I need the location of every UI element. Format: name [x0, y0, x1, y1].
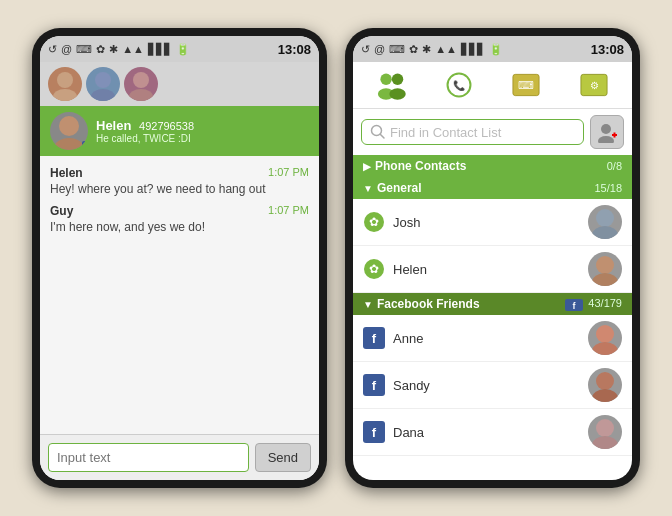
- search-action-button[interactable]: [590, 115, 624, 149]
- r-battery-icon: 🔋: [489, 43, 503, 56]
- r-signal-icon: ▋▋▋: [461, 43, 485, 56]
- anne-row-icon: f: [363, 327, 385, 349]
- svg-point-2: [95, 72, 111, 88]
- contact-add-icon: [596, 121, 618, 143]
- svg-point-3: [91, 89, 115, 101]
- section-general[interactable]: ▼ General 15/18: [353, 177, 632, 199]
- right-status-icons: ↺ @ ⌨ ✿ ✱ ▲▲ ▋▋▋ 🔋: [361, 43, 503, 56]
- svg-point-10: [392, 74, 403, 85]
- message-text-1: Hey! where you at? we need to hang out: [50, 182, 309, 196]
- contact-row-sandy[interactable]: f Sandy: [353, 362, 632, 409]
- phone-contacts-count: 0/8: [607, 160, 622, 172]
- svg-point-44: [596, 419, 614, 437]
- active-contact-name: Helen 492796538: [96, 118, 194, 133]
- svg-point-5: [129, 89, 153, 101]
- bluetooth-icon: ✱: [109, 43, 118, 56]
- input-bar: Send: [40, 434, 319, 480]
- active-contact-subtext: He called, TWICE :DI: [96, 133, 194, 144]
- active-contact-info: Helen 492796538 He called, TWICE :DI: [96, 118, 194, 144]
- active-contact-avatar: f: [50, 112, 88, 150]
- r-usb-icon: ⌨: [389, 43, 405, 56]
- dana-name: Dana: [393, 425, 580, 440]
- svg-point-40: [596, 372, 614, 390]
- svg-point-11: [389, 88, 405, 99]
- tabs-bar: 📞 ⌨ ⚙: [353, 62, 632, 109]
- contact-list: ▶ Phone Contacts 0/8 ▼ General 15/18: [353, 155, 632, 480]
- right-time: 13:08: [591, 42, 624, 57]
- phone-arrow-icon: ▶: [363, 161, 371, 172]
- search-bar: Find in Contact List: [353, 109, 632, 155]
- r-refresh-icon: ↺: [361, 43, 370, 56]
- message-text-2: I'm here now, and yes we do!: [50, 220, 309, 234]
- tab-contacts[interactable]: [369, 68, 413, 102]
- svg-point-7: [54, 138, 84, 150]
- svg-point-27: [592, 226, 618, 239]
- message-input[interactable]: [48, 443, 249, 472]
- left-screen: ↺ @ ⌨ ✿ ✱ ▲▲ ▋▋▋ 🔋 13:08: [40, 36, 319, 480]
- section-phone-contacts[interactable]: ▶ Phone Contacts 0/8: [353, 155, 632, 177]
- general-label: General: [377, 181, 422, 195]
- general-count: 15/18: [594, 182, 622, 194]
- left-status-icons: ↺ @ ⌨ ✿ ✱ ▲▲ ▋▋▋ 🔋: [48, 43, 190, 56]
- left-status-bar: ↺ @ ⌨ ✿ ✱ ▲▲ ▋▋▋ 🔋 13:08: [40, 36, 319, 62]
- svg-text:⚙: ⚙: [590, 80, 599, 91]
- tab-calls[interactable]: 📞: [437, 68, 481, 102]
- svg-point-6: [59, 116, 79, 136]
- search-input-wrap[interactable]: Find in Contact List: [361, 119, 584, 145]
- general-arrow-icon: ▼: [363, 183, 373, 194]
- svg-point-26: [596, 209, 614, 227]
- svg-text:f: f: [372, 331, 377, 346]
- josh-row-icon: ✿: [363, 211, 385, 233]
- search-placeholder: Find in Contact List: [390, 125, 501, 140]
- avatar-2[interactable]: [86, 67, 120, 101]
- time-1: 1:07 PM: [268, 166, 309, 180]
- svg-point-1: [53, 89, 77, 101]
- send-button[interactable]: Send: [255, 443, 311, 472]
- contact-row-helen[interactable]: ✿ Helen: [353, 246, 632, 293]
- right-screen: ↺ @ ⌨ ✿ ✱ ▲▲ ▋▋▋ 🔋 13:08: [353, 36, 632, 480]
- svg-text:📞: 📞: [453, 79, 466, 92]
- active-contact-bar[interactable]: f Helen 492796538 He called, TWICE :DI: [40, 106, 319, 156]
- avatars-bar: [40, 62, 319, 106]
- svg-point-36: [596, 325, 614, 343]
- search-icon: [370, 124, 386, 140]
- helen-avatar: [588, 252, 622, 286]
- message-group-2: Guy 1:07 PM I'm here now, and yes we do!: [50, 204, 309, 234]
- anne-name: Anne: [393, 331, 580, 346]
- tab-dialpad[interactable]: ⌨: [504, 68, 548, 102]
- svg-point-21: [598, 136, 614, 143]
- contact-row-josh[interactable]: ✿ Josh: [353, 199, 632, 246]
- avatar-1[interactable]: [48, 67, 82, 101]
- facebook-label: Facebook Friends: [377, 297, 480, 311]
- left-phone: ↺ @ ⌨ ✿ ✱ ▲▲ ▋▋▋ 🔋 13:08: [32, 28, 327, 488]
- svg-line-19: [381, 135, 385, 139]
- usb-icon: ⌨: [76, 43, 92, 56]
- helen-name: Helen: [393, 262, 580, 277]
- fb-badge: f: [82, 141, 88, 150]
- svg-point-30: [596, 256, 614, 274]
- svg-text:f: f: [372, 425, 377, 440]
- svg-text:✿: ✿: [369, 215, 379, 229]
- facebook-arrow-icon: ▼: [363, 299, 373, 310]
- svg-point-45: [592, 436, 618, 449]
- svg-text:⌨: ⌨: [518, 79, 534, 91]
- sender-2: Guy: [50, 204, 73, 218]
- r-at-icon: @: [374, 43, 385, 55]
- signal-icon: ▋▋▋: [148, 43, 172, 56]
- section-facebook[interactable]: ▼ Facebook Friends f 43/179: [353, 293, 632, 315]
- message-group-1: Helen 1:07 PM Hey! where you at? we need…: [50, 166, 309, 196]
- contact-row-anne[interactable]: f Anne: [353, 315, 632, 362]
- dana-row-icon: f: [363, 421, 385, 443]
- avatar-3[interactable]: [124, 67, 158, 101]
- svg-text:f: f: [372, 378, 377, 393]
- right-phone: ↺ @ ⌨ ✿ ✱ ▲▲ ▋▋▋ 🔋 13:08: [345, 28, 640, 488]
- r-wifi-icon: ▲▲: [435, 43, 457, 55]
- time-2: 1:07 PM: [268, 204, 309, 218]
- at-icon: @: [61, 43, 72, 55]
- sandy-avatar: [588, 368, 622, 402]
- refresh-icon: ↺: [48, 43, 57, 56]
- contact-row-dana[interactable]: f Dana: [353, 409, 632, 456]
- tab-settings[interactable]: ⚙: [572, 68, 616, 102]
- left-time: 13:08: [278, 42, 311, 57]
- r-bluetooth-icon: ✱: [422, 43, 431, 56]
